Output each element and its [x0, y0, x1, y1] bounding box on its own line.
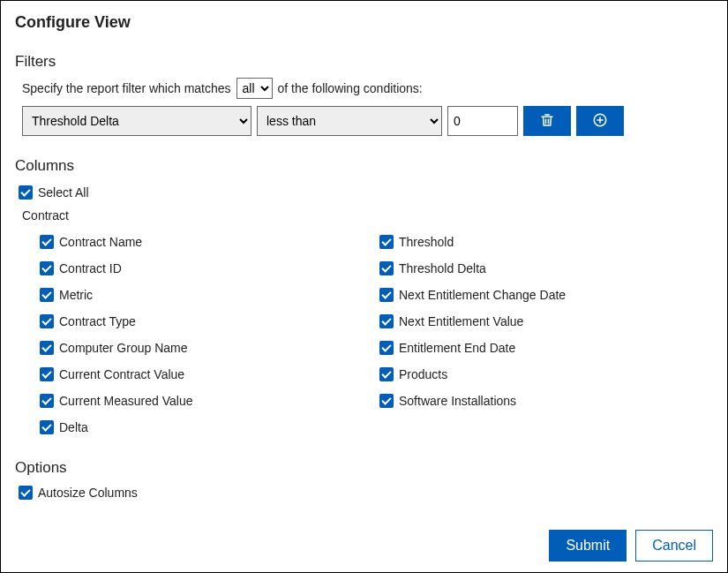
- filter-operator-select[interactable]: less than: [257, 106, 442, 136]
- filter-condition-row: Threshold Delta less than: [22, 106, 713, 136]
- column-checkbox[interactable]: [379, 261, 394, 275]
- column-checkbox[interactable]: [379, 235, 394, 249]
- delete-filter-button[interactable]: [523, 106, 571, 136]
- column-label: Products: [399, 367, 447, 381]
- column-checkbox[interactable]: [379, 367, 394, 381]
- column-item[interactable]: Current Contract Value: [40, 367, 379, 381]
- select-all-label: Select All: [38, 185, 89, 200]
- column-item[interactable]: Computer Group Name: [40, 341, 379, 355]
- column-label: Computer Group Name: [59, 341, 188, 355]
- column-label: Contract ID: [59, 261, 122, 275]
- dialog-title: Configure View: [15, 13, 713, 32]
- column-checkbox[interactable]: [40, 288, 54, 302]
- column-checkbox[interactable]: [40, 367, 54, 381]
- configure-view-dialog: Configure View Filters Specify the repor…: [0, 0, 728, 573]
- column-item[interactable]: Delta: [40, 420, 379, 434]
- column-checkbox[interactable]: [379, 394, 394, 408]
- column-label: Current Contract Value: [59, 367, 184, 381]
- filter-field-select[interactable]: Threshold Delta: [22, 106, 251, 136]
- column-item[interactable]: Threshold Delta: [379, 261, 713, 275]
- column-item[interactable]: Next Entitlement Change Date: [379, 288, 713, 302]
- column-label: Metric: [59, 288, 93, 302]
- column-label: Contract Name: [59, 235, 142, 249]
- column-label: Next Entitlement Value: [399, 314, 523, 328]
- column-item[interactable]: Threshold: [379, 235, 713, 249]
- columns-grid: Contract Name Threshold Contract ID Thre…: [40, 231, 713, 438]
- filter-value-input[interactable]: [447, 106, 518, 136]
- column-label: Next Entitlement Change Date: [399, 288, 566, 302]
- column-label: Entitlement End Date: [399, 341, 515, 355]
- filter-sentence-suffix: of the following conditions:: [278, 81, 423, 95]
- columns-heading: Columns: [15, 157, 713, 175]
- autosize-columns-checkbox[interactable]: [19, 486, 33, 500]
- match-mode-select[interactable]: all: [236, 78, 273, 99]
- column-label: Threshold Delta: [399, 261, 486, 275]
- column-item[interactable]: Metric: [40, 288, 379, 302]
- submit-button[interactable]: Submit: [549, 530, 627, 562]
- autosize-columns-row[interactable]: Autosize Columns: [19, 486, 713, 500]
- select-all-row[interactable]: Select All: [19, 185, 713, 200]
- column-group-label: Contract: [22, 208, 713, 222]
- filter-sentence: Specify the report filter which matches …: [22, 78, 713, 99]
- column-checkbox[interactable]: [40, 420, 54, 434]
- column-label: Software Installations: [399, 394, 516, 408]
- add-filter-button[interactable]: [576, 106, 624, 136]
- column-checkbox[interactable]: [40, 261, 54, 275]
- column-checkbox[interactable]: [40, 394, 54, 408]
- column-checkbox[interactable]: [379, 341, 394, 355]
- dialog-footer: Submit Cancel: [15, 512, 713, 562]
- column-label: Threshold: [399, 235, 454, 249]
- column-checkbox[interactable]: [379, 288, 394, 302]
- column-item[interactable]: Contract ID: [40, 261, 379, 275]
- options-heading: Options: [15, 459, 713, 477]
- filter-sentence-prefix: Specify the report filter which matches: [22, 81, 231, 95]
- column-item[interactable]: Next Entitlement Value: [379, 314, 713, 328]
- column-label: Contract Type: [59, 314, 136, 328]
- column-item[interactable]: Contract Type: [40, 314, 379, 328]
- column-label: Current Measured Value: [59, 394, 192, 408]
- column-checkbox[interactable]: [40, 235, 54, 249]
- select-all-checkbox[interactable]: [19, 185, 33, 200]
- column-item[interactable]: Software Installations: [379, 394, 713, 408]
- trash-icon: [539, 112, 555, 131]
- column-item[interactable]: Products: [379, 367, 713, 381]
- column-item[interactable]: Entitlement End Date: [379, 341, 713, 355]
- filters-heading: Filters: [15, 53, 713, 71]
- column-checkbox[interactable]: [379, 314, 394, 328]
- column-item[interactable]: Contract Name: [40, 235, 379, 249]
- column-label: Delta: [59, 420, 88, 434]
- autosize-columns-label: Autosize Columns: [38, 486, 138, 500]
- column-item[interactable]: Current Measured Value: [40, 394, 379, 408]
- cancel-button[interactable]: Cancel: [635, 530, 713, 562]
- column-checkbox[interactable]: [40, 341, 54, 355]
- plus-circle-icon: [592, 112, 608, 131]
- column-checkbox[interactable]: [40, 314, 54, 328]
